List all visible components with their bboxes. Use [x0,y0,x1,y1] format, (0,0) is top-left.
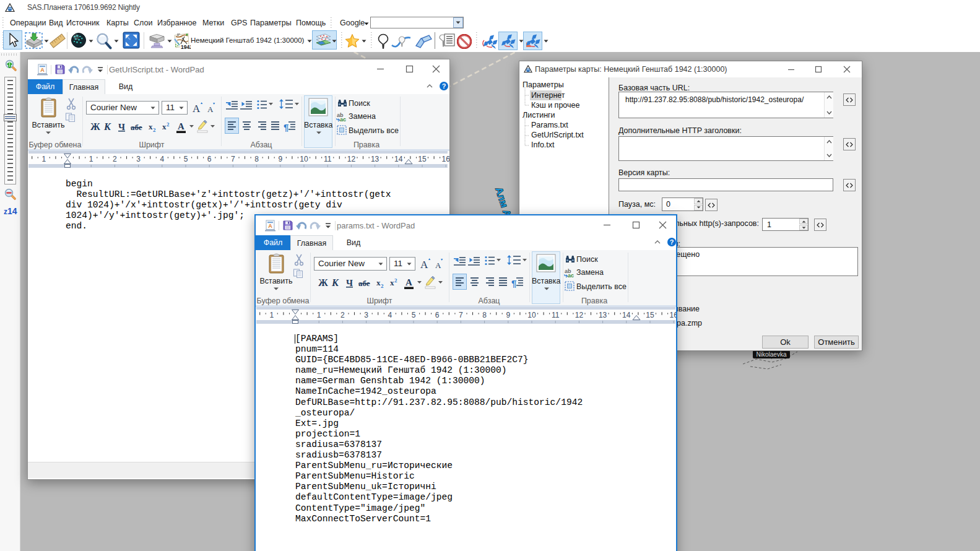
svg-text:Ч: Ч [118,122,125,132]
svg-text:2: 2 [113,155,117,163]
svg-text:12: 12 [347,155,356,163]
svg-text:2: 2 [381,283,384,289]
svg-text:13: 13 [599,311,607,319]
svg-text:8: 8 [482,311,487,319]
svg-text:x: x [376,278,381,287]
svg-text:5: 5 [184,155,188,163]
svg-text:Nikolaevka: Nikolaevka [757,351,787,358]
svg-text:13: 13 [371,155,379,163]
svg-text:4: 4 [388,311,392,319]
svg-text:16: 16 [670,311,677,319]
svg-text:9: 9 [278,155,282,163]
svg-text:8: 8 [254,155,259,163]
svg-text:7: 7 [459,311,463,319]
svg-text:5: 5 [412,311,416,319]
svg-text:2: 2 [394,277,397,284]
svg-text:7: 7 [231,155,235,163]
svg-text:x: x [390,278,394,287]
svg-text:3: 3 [136,155,141,163]
svg-text:A: A [207,105,214,114]
svg-text:11: 11 [324,155,332,163]
svg-text:К: К [103,121,111,132]
svg-text:A: A [268,223,272,229]
svg-text:Ж: Ж [90,121,100,132]
svg-text:2: 2 [167,121,170,128]
svg-text:2: 2 [340,311,345,319]
svg-text:A: A [405,277,412,287]
svg-text:A: A [420,259,428,270]
svg-text:14: 14 [622,311,631,319]
svg-text:x: x [149,122,153,131]
svg-text:6: 6 [435,311,440,319]
svg-text:A: A [193,103,201,114]
svg-text:11: 11 [552,311,560,319]
svg-text:¶: ¶ [284,122,288,132]
svg-text:абе: абе [358,279,370,288]
svg-text:x: x [162,122,167,131]
svg-text:1942: 1942 [181,44,191,50]
svg-text:абе: абе [131,123,142,132]
svg-text:10: 10 [300,155,308,163]
svg-text:1: 1 [41,155,46,163]
svg-text:ac: ac [340,116,346,122]
svg-text:14: 14 [394,155,403,163]
svg-text:2: 2 [153,127,156,133]
svg-text:1: 1 [269,311,274,319]
svg-text:4: 4 [160,155,164,163]
svg-text:¶: ¶ [511,278,516,289]
svg-text:1: 1 [317,311,321,319]
svg-text:3: 3 [364,311,368,319]
svg-text:10: 10 [527,311,536,319]
svg-text:A: A [40,67,45,73]
svg-text:Ч: Ч [346,278,353,288]
svg-text:9: 9 [506,311,510,319]
svg-text:12: 12 [575,311,584,319]
svg-text:6: 6 [207,155,212,163]
svg-text:Ж: Ж [318,277,328,288]
svg-text:1: 1 [89,155,93,163]
svg-text:A: A [178,121,184,131]
svg-text:15: 15 [646,311,654,319]
svg-text:15: 15 [418,155,427,163]
svg-text:К: К [331,277,339,288]
svg-text:ac: ac [568,272,574,278]
svg-text:A: A [435,261,441,270]
svg-text:16: 16 [442,155,450,163]
